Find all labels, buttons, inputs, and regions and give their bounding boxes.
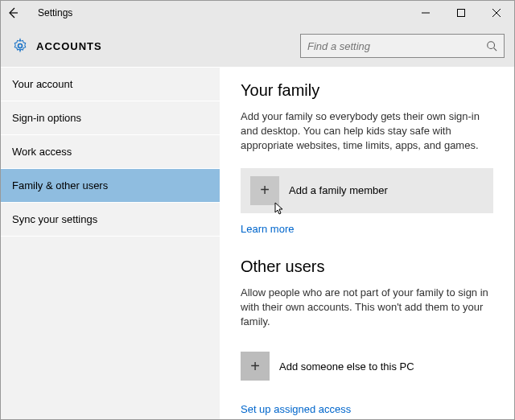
sidebar-item-label: Sync your settings xyxy=(12,213,97,225)
sidebar: Your account Sign-in options Work access… xyxy=(1,67,220,419)
add-other-user-button[interactable]: + Add someone else to this PC xyxy=(241,344,493,389)
sidebar-item-work-access[interactable]: Work access xyxy=(1,135,220,169)
maximize-icon xyxy=(457,9,465,17)
window-title: Settings xyxy=(38,7,72,19)
other-users-section-desc: Allow people who are not part of your fa… xyxy=(241,286,493,330)
gear-icon xyxy=(12,38,28,54)
header-left: ACCOUNTS xyxy=(12,38,102,54)
sidebar-item-label: Your account xyxy=(12,78,72,90)
search-icon xyxy=(486,40,497,51)
sidebar-item-label: Work access xyxy=(12,146,72,158)
plus-icon: + xyxy=(241,352,270,381)
sidebar-item-sync-settings[interactable]: Sync your settings xyxy=(1,203,220,237)
titlebar: Settings xyxy=(1,1,514,25)
assigned-access-link[interactable]: Set up assigned access xyxy=(241,403,351,415)
header: ACCOUNTS xyxy=(1,25,514,67)
page-title: ACCOUNTS xyxy=(36,40,102,52)
body: Your account Sign-in options Work access… xyxy=(1,67,514,419)
close-button[interactable] xyxy=(479,1,514,25)
plus-icon: + xyxy=(250,176,279,205)
sidebar-item-label: Sign-in options xyxy=(12,112,81,124)
sidebar-item-label: Family & other users xyxy=(12,179,108,191)
family-section-desc: Add your family so everybody gets their … xyxy=(241,109,493,154)
search-box[interactable] xyxy=(300,34,505,58)
family-section-title: Your family xyxy=(241,81,493,100)
sidebar-item-family-other-users[interactable]: Family & other users xyxy=(1,169,220,203)
add-other-label: Add someone else to this PC xyxy=(279,360,414,373)
other-users-section-title: Other users xyxy=(241,257,493,276)
minimize-icon xyxy=(422,9,430,17)
sidebar-item-your-account[interactable]: Your account xyxy=(1,68,220,101)
back-button[interactable] xyxy=(1,1,25,25)
content: Your family Add your family so everybody… xyxy=(220,67,514,419)
maximize-button[interactable] xyxy=(443,1,479,25)
back-arrow-icon xyxy=(6,6,19,19)
titlebar-left: Settings xyxy=(1,1,72,25)
svg-point-6 xyxy=(488,42,495,49)
learn-more-link[interactable]: Learn more xyxy=(241,223,294,235)
svg-rect-2 xyxy=(458,10,465,17)
search-input[interactable] xyxy=(307,40,486,52)
add-family-label: Add a family member xyxy=(289,184,388,196)
window-controls xyxy=(408,1,514,25)
close-icon xyxy=(492,9,501,17)
minimize-button[interactable] xyxy=(408,1,443,25)
svg-point-5 xyxy=(19,44,23,48)
svg-line-7 xyxy=(494,48,497,51)
sidebar-item-sign-in-options[interactable]: Sign-in options xyxy=(1,101,220,135)
add-family-member-button[interactable]: + Add a family member xyxy=(241,168,493,213)
